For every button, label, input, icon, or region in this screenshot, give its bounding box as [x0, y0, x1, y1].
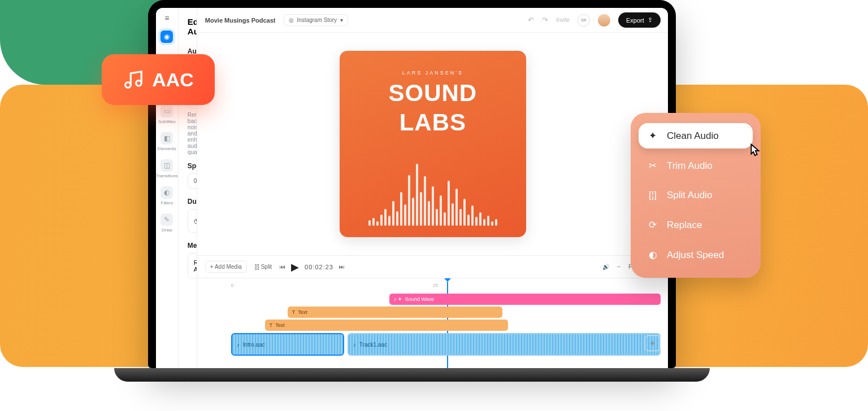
menu-icon[interactable]: ≡: [164, 14, 169, 23]
chevron-down-icon: ▾: [340, 17, 343, 23]
ctx-label: Clean Audio: [667, 130, 719, 142]
svg-point-0: [125, 82, 131, 88]
cover-line1: SOUND: [388, 81, 477, 105]
duration-label: Duration: [188, 198, 197, 206]
refresh-icon: ⟳: [646, 219, 659, 231]
canvas[interactable]: LARS JANSEN'S SOUND LABS: [197, 33, 668, 255]
play-icon[interactable]: ▶: [291, 261, 299, 273]
clip-track1[interactable]: ♪Track1.aac: [348, 333, 661, 356]
ctx-replace[interactable]: ⟳ Replace: [639, 212, 753, 238]
ctx-adjust-speed[interactable]: ◐ Adjust Speed: [639, 242, 753, 268]
cover-line2: LABS: [400, 111, 466, 134]
project-title[interactable]: Movie Musings Podcast: [205, 17, 276, 24]
rail-draw[interactable]: ✎ Draw: [160, 213, 173, 233]
waveform-graphic: [368, 158, 497, 226]
redo-icon[interactable]: ↷: [542, 16, 548, 24]
track-soundwave[interactable]: ♪ ✦ Sound Wave: [389, 294, 661, 305]
aac-badge: AAC: [102, 54, 215, 105]
rail-filters[interactable]: ◐ Filters: [160, 186, 173, 206]
track-text-1[interactable]: T Text: [288, 307, 502, 318]
audio-track-row: ♪Intro.aac ♪Track1.aac: [231, 333, 661, 356]
ctx-label: Split Audio: [667, 190, 712, 201]
clip-intro[interactable]: ♪Intro.aac: [231, 333, 344, 356]
upload-icon: ⇪: [648, 16, 653, 24]
duration-card: ◔ Start 00:00.0 End 00:15.1 ◔: [188, 209, 197, 233]
format-chip[interactable]: ◎ Instagram Story ▾: [284, 14, 349, 26]
main-area: Movie Musings Podcast ◎ Instagram Story …: [197, 8, 668, 368]
export-button[interactable]: Export ⇪: [618, 12, 661, 28]
rail-elements[interactable]: ◧ Elements: [158, 132, 176, 151]
invite-link[interactable]: Invite: [556, 17, 570, 23]
speed-0-5x[interactable]: 0.5x: [188, 173, 197, 189]
elements-icon: ◧: [160, 132, 173, 145]
volume-icon[interactable]: 🔊: [602, 264, 609, 270]
split-icon: [¦]: [646, 190, 659, 201]
timecode: 00:02:23: [305, 264, 333, 270]
zoom-out-icon[interactable]: −: [617, 264, 620, 270]
ctx-clean-audio[interactable]: ✦ Clean Audio: [639, 123, 753, 148]
sparkle-icon: ✦: [646, 130, 659, 142]
rail-label: Subtitles: [158, 119, 176, 124]
draw-icon: ✎: [160, 213, 173, 226]
topbar: Movie Musings Podcast ◎ Instagram Story …: [197, 8, 668, 33]
record-icon: ◉: [160, 30, 173, 43]
ctx-trim-audio[interactable]: ✂ Trim Audio: [639, 153, 753, 178]
split-button[interactable]: [|] Split: [255, 264, 272, 270]
add-media-button[interactable]: + Add Media: [205, 261, 247, 273]
rail-audio[interactable]: ◉: [160, 30, 173, 43]
ctx-label: Trim Audio: [667, 160, 713, 172]
music-note-icon: [123, 69, 144, 90]
instagram-icon: ◎: [289, 17, 294, 23]
track-text-2[interactable]: T Text: [265, 320, 508, 331]
format-label: Instagram Story: [297, 17, 337, 23]
aac-label: AAC: [152, 69, 194, 91]
ctx-label: Replace: [667, 220, 702, 231]
timeline-controls: + Add Media [|] Split ⏮ ▶ 00:02:23 ⏭ 🔊 −…: [197, 255, 668, 278]
add-track-button[interactable]: +: [645, 335, 661, 351]
rail-label: Transitions: [156, 173, 178, 178]
transitions-icon: ◫: [160, 159, 173, 172]
ctx-split-audio[interactable]: [¦] Split Audio: [639, 183, 753, 208]
rail-label: Filters: [161, 200, 173, 206]
scissors-icon: ✂: [646, 160, 659, 172]
next-icon[interactable]: ⏭: [339, 264, 345, 270]
collaborator-badge[interactable]: SK: [578, 14, 590, 27]
undo-icon[interactable]: ↶: [528, 16, 534, 24]
gauge-icon: ◐: [646, 249, 659, 261]
app-screen: ≡ ◉ ♪ Audio T Text ▭ Subtitles ◧ Element…: [156, 8, 668, 368]
laptop-frame: ≡ ◉ ♪ Audio T Text ▭ Subtitles ◧ Element…: [148, 0, 676, 368]
context-menu: ✦ Clean Audio ✂ Trim Audio [¦] Split Aud…: [631, 113, 761, 278]
timeline[interactable]: 0 25 ♪ ✦ Sound Wave T Text T Text ♪Intro…: [197, 278, 668, 368]
rail-subtitles[interactable]: ▭ Subtitles: [158, 105, 176, 124]
avatar[interactable]: [598, 14, 610, 27]
filters-icon: ◐: [160, 186, 173, 199]
rail-transitions[interactable]: ◫ Transitions: [156, 159, 178, 178]
subtitles-icon: ▭: [160, 105, 173, 117]
rail-label: Elements: [158, 146, 176, 151]
replace-audio-button[interactable]: Replace Audio ⟳: [188, 253, 197, 279]
rail-label: Draw: [162, 228, 172, 233]
cover-pretitle: LARS JANSEN'S: [402, 70, 463, 76]
ctx-label: Adjust Speed: [667, 250, 724, 261]
prev-icon[interactable]: ⏮: [280, 264, 285, 270]
export-label: Export: [626, 17, 644, 24]
podcast-cover[interactable]: LARS JANSEN'S SOUND LABS: [340, 51, 526, 237]
svg-point-1: [136, 81, 142, 86]
